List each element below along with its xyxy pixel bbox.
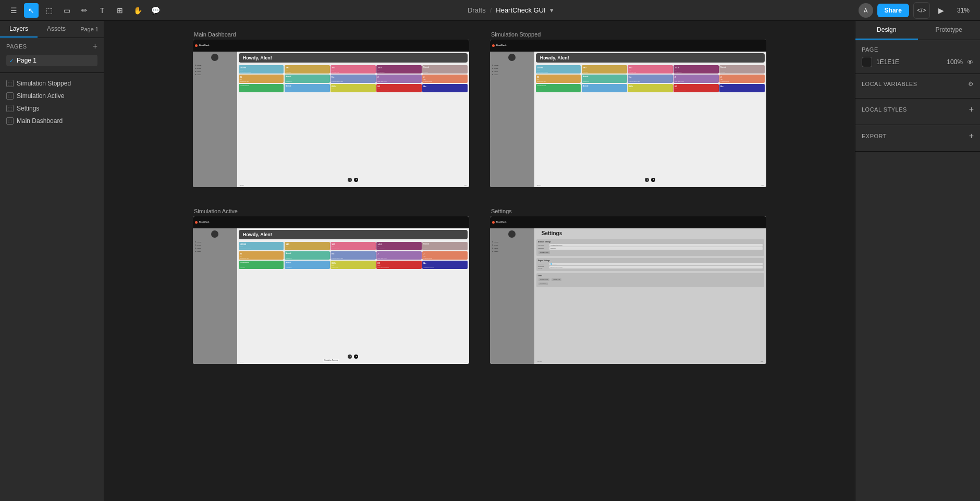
frame-content-settings[interactable]: HeartCheck Settings Results Credits Supp… (490, 216, 766, 364)
local-variables-actions: ⚙ (968, 80, 974, 88)
text-tool[interactable]: T (95, 3, 109, 18)
frame-tool[interactable]: ⬚ (42, 3, 56, 18)
stop-button[interactable] (354, 355, 358, 359)
frame-content-simulation-stopped[interactable]: HeartCheck Settings Results Credits Supp… (490, 40, 766, 187)
layer-settings[interactable]: ⬚ Settings (0, 102, 104, 115)
hc-logo (195, 44, 198, 47)
frame-content-simulation-active[interactable]: HeartCheck Settings Results Credits Supp… (193, 216, 469, 364)
tab-layers[interactable]: Layers (0, 21, 38, 38)
add-export-btn[interactable]: + (969, 131, 974, 141)
page-color-value: 1E1E1E (876, 58, 899, 66)
local-variables-section: Local variables ⚙ (855, 74, 980, 99)
left-panel-tabs: Layers Assets Page 1 (0, 21, 104, 38)
update-model-btn[interactable]: Update Model (538, 278, 550, 281)
hc-cards-row3: AsymptomaticChest Pain NormalThalassemia… (536, 84, 765, 92)
nav-credits-s: Credits (492, 248, 532, 249)
frame-label-simulation-stopped: Simulation Stopped (490, 31, 766, 38)
page-active-check: ✓ (9, 58, 14, 64)
export-section-header: Export + (862, 131, 974, 141)
comment-tool[interactable]: 💬 (148, 3, 163, 18)
breadcrumb-drafts[interactable]: Drafts (468, 6, 486, 14)
layer-label: Settings (17, 105, 39, 112)
code-view-btn[interactable]: </> (913, 2, 930, 19)
file-name: HeartCheck GUI (496, 6, 545, 14)
layer-icon: ⬚ (6, 105, 14, 112)
hc-cards-row2: 85mg/LFasting Blood Sugar NormalResting … (239, 75, 468, 83)
region-settings-section: Region Settings Language 🌐 English Date/… (536, 258, 764, 271)
tab-assets[interactable]: Assets (38, 21, 75, 38)
frame-content-main-dashboard[interactable]: HeartCheck Settings Results Credits Supp… (193, 40, 469, 187)
add-local-style-btn[interactable]: + (969, 105, 974, 114)
frame-settings: Settings HeartCheck Settings Results (490, 208, 766, 364)
dropdown-arrow-icon[interactable]: ▾ (550, 6, 554, 14)
greeting-text: Howdy, Alen! (243, 55, 272, 60)
hand-tool[interactable]: ✋ (130, 3, 145, 18)
play-button[interactable] (348, 355, 352, 359)
change-avatar-btn[interactable]: Change Avatar (538, 251, 550, 254)
hc-main-content: Howdy, Alen! 120/80mmHgResting Blood Pre… (237, 52, 469, 187)
toolbar-center: Drafts / HeartCheck GUI ▾ (167, 6, 854, 14)
hc-cards-row2: 85mg/LFasting Blood Sugar NormalResting … (239, 251, 468, 260)
hc-sidebar-settings: Settings Results Credits Support (490, 228, 534, 364)
nav-credits: Credits (195, 71, 235, 72)
greeting-text: Howdy, Alen! (243, 232, 272, 237)
hc-app-name-settings: HeartCheck (496, 221, 506, 223)
left-panel: Layers Assets Page 1 Pages + ✓ Page 1 ⬚ … (0, 21, 104, 501)
add-page-button[interactable]: + (93, 42, 97, 51)
local-variables-title: Local variables (862, 81, 917, 87)
username-label: Username: (538, 245, 548, 246)
hc-controls (536, 177, 765, 183)
right-panel-tabs: Design Prototype (855, 21, 980, 40)
datetime-label: Date/Time Format: (538, 266, 548, 269)
layers-section: ⬚ Simulation Stopped ⬚ Simulation Active… (0, 75, 104, 129)
layer-label: Simulation Stopped (17, 80, 71, 87)
share-button[interactable]: Share (877, 4, 909, 17)
play-button[interactable] (645, 178, 649, 182)
hc-avatar (211, 230, 218, 238)
page-section-title: Page (862, 46, 878, 53)
tab-prototype[interactable]: Prototype (918, 21, 981, 40)
zoom-level[interactable]: 31% (953, 5, 974, 16)
visibility-icon[interactable]: 👁 (967, 58, 974, 66)
layer-label: Main Dashboard (17, 117, 63, 125)
local-variables-config-icon[interactable]: ⚙ (968, 80, 974, 88)
play-btn[interactable]: ▶ (934, 3, 949, 18)
stop-button[interactable] (354, 178, 358, 182)
hc-cards-row1: 120/80mmHgResting Blood Pressure 140mg/d… (239, 65, 468, 74)
shape-tool[interactable]: ▭ (59, 3, 74, 18)
tab-design[interactable]: Design (855, 21, 918, 40)
hc-main-content: Howdy, Alen! 120/80mmHgResting Blood Pre… (237, 228, 469, 364)
play-button[interactable] (348, 178, 352, 182)
nav-settings: Settings (195, 65, 235, 66)
settings-gear-icon: ⚙ (536, 231, 540, 236)
page-color-row: 1E1E1E 100% 👁 (862, 57, 974, 67)
hc-sidebar: Settings Results Credits Support (490, 52, 534, 187)
nav-settings: Settings (492, 65, 532, 66)
toolbar: ☰ ↖ ⬚ ▭ ✏ T ⊞ ✋ 💬 Drafts / HeartCheck GU… (0, 0, 980, 21)
page-indicator: Page 1 (75, 21, 104, 38)
canvas[interactable]: Main Dashboard HeartCheck Settings Resul… (104, 21, 855, 501)
layer-main-dashboard[interactable]: ⬚ Main Dashboard (0, 115, 104, 127)
update-app-btn[interactable]: Update App (552, 278, 561, 281)
nav-support: Support (195, 74, 235, 76)
datetime-value: DD/MM/YYY HH:MM (549, 266, 763, 268)
layer-simulation-stopped[interactable]: ⬚ Simulation Stopped (0, 77, 104, 90)
hc-app-name: HeartCheck (199, 44, 209, 46)
select-tool[interactable]: ↖ (24, 3, 39, 18)
avatar[interactable]: A (859, 3, 873, 18)
hc-main-content: Howdy, Alen! 120/80mmHgResting Blood Pre… (534, 52, 766, 187)
menu-btn[interactable]: ☰ (6, 3, 21, 18)
pages-section: Pages + ✓ Page 1 (0, 38, 104, 70)
page-color-swatch[interactable] (862, 57, 872, 67)
nav-results: Results (195, 245, 235, 246)
page-item-1[interactable]: ✓ Page 1 (6, 55, 97, 66)
stop-button[interactable] (651, 178, 655, 182)
changelog-btn[interactable]: Changelog (538, 283, 548, 285)
hc-controls (239, 177, 468, 183)
local-variables-header: Local variables ⚙ (862, 80, 974, 88)
layer-simulation-active[interactable]: ⬚ Simulation Active (0, 90, 104, 102)
pen-tool[interactable]: ✏ (77, 3, 92, 18)
component-tool[interactable]: ⊞ (113, 3, 127, 18)
nav-results: Results (195, 68, 235, 69)
nav-settings-s: Settings (492, 241, 532, 243)
